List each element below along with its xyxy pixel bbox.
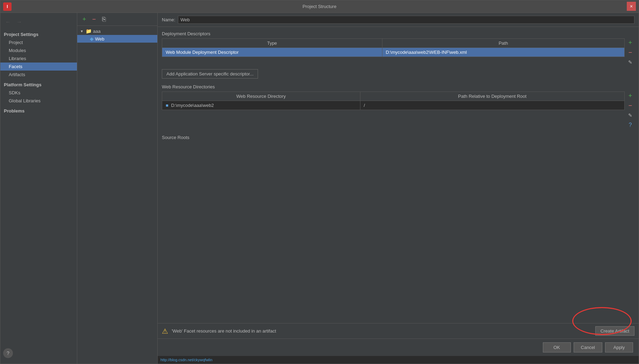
create-artifact-button[interactable]: Create Artifact <box>595 326 634 336</box>
problems-label: Problems <box>0 105 77 115</box>
web-resource-title: Web Resource Directories <box>162 84 634 89</box>
table-row[interactable]: Web Module Deployment Descriptor D:\myco… <box>162 48 625 57</box>
sidebar-item-artifacts[interactable]: Artifacts <box>0 71 77 79</box>
sidebar-item-modules[interactable]: Modules <box>0 46 77 54</box>
warning-text: 'Web' Facet resources are not included i… <box>172 328 592 334</box>
deployment-remove-button[interactable]: − <box>626 48 634 57</box>
ok-button[interactable]: OK <box>543 342 571 352</box>
web-resource-dir-cell: ■ D:\mycode\aaa\web2 <box>162 101 360 110</box>
web-resource-col1-header: Web Resource Directory <box>162 92 360 101</box>
tree-item-web[interactable]: ◆ Web <box>77 35 157 43</box>
back-button[interactable]: ← <box>3 17 13 27</box>
web-resource-table-with-buttons: Web Resource Directory Path Relative to … <box>162 92 634 129</box>
sidebar-item-facets[interactable]: Facets <box>0 63 77 71</box>
web-resource-path-cell: / <box>360 101 625 110</box>
tree-toolbar: + − ⎘ <box>77 13 157 26</box>
sidebar-item-sdks[interactable]: SDKs <box>0 89 77 97</box>
status-url: http://blog.csdn.net/ckywqfwlin <box>160 358 213 362</box>
panel-header: Name: <box>158 13 639 27</box>
web-resource-side-buttons: + − ✎ ? <box>626 92 634 129</box>
web-resource-help-button[interactable]: ? <box>626 121 634 129</box>
apply-button[interactable]: Apply <box>605 342 633 352</box>
main-panel: Name: Deployment Descriptors Type <box>158 13 639 356</box>
sidebar-bottom: ? <box>0 345 77 361</box>
main-wrapper: Name: Deployment Descriptors Type <box>158 13 639 364</box>
type-column-header: Type <box>162 39 382 48</box>
title-bar: I Project Structure × <box>0 0 639 13</box>
close-button[interactable]: × <box>627 2 636 11</box>
nav-buttons: ← → <box>0 16 77 30</box>
warning-icon: ⚠ <box>162 327 168 335</box>
deployment-side-buttons: + − ✎ <box>626 38 634 66</box>
main-content: ← → Project Settings Project Modules Lib… <box>0 13 639 364</box>
help-button[interactable]: ? <box>3 348 13 358</box>
dialog-title: Project Structure <box>303 4 337 9</box>
sidebar-item-libraries[interactable]: Libraries <box>0 54 77 63</box>
tree-content: ▼ 📁 aaa ◆ Web <box>77 26 157 364</box>
panel-body: Deployment Descriptors Type Path <box>158 27 639 323</box>
tree-panel: + − ⎘ ▼ 📁 aaa ◆ Web <box>77 13 158 364</box>
tree-add-button[interactable]: + <box>80 15 88 23</box>
app-icon: I <box>3 2 12 11</box>
name-input[interactable] <box>178 16 634 24</box>
platform-settings-label: Platform Settings <box>0 79 77 89</box>
sidebar-item-project[interactable]: Project <box>0 38 77 46</box>
deployment-descriptors-section: Deployment Descriptors Type Path <box>162 31 634 79</box>
folder-icon: 📁 <box>86 28 92 34</box>
web-resource-table: Web Resource Directory Path Relative to … <box>162 92 625 110</box>
source-roots-title: Source Roots <box>162 135 634 140</box>
source-roots-section: Source Roots <box>162 135 634 319</box>
sidebar: ← → Project Settings Project Modules Lib… <box>0 13 77 364</box>
web-dir-icon: ■ <box>166 103 168 108</box>
table-cell-type: Web Module Deployment Descriptor <box>162 48 382 57</box>
deployment-table: Type Path Web Module Deployment Descript… <box>162 38 625 57</box>
deployment-add-button[interactable]: + <box>626 38 634 47</box>
deployment-descriptors-title: Deployment Descriptors <box>162 31 634 36</box>
forward-button[interactable]: → <box>14 17 24 27</box>
table-cell-path: D:\mycode\aaa\web2\WEB-INF\web.xml <box>382 48 624 57</box>
bottom-bar: OK Cancel Apply <box>158 338 639 356</box>
status-bar: http://blog.csdn.net/ckywqfwlin <box>158 356 639 364</box>
web-resource-col2-header: Path Relative to Deployment Root <box>360 92 625 101</box>
tree-item-web-label: Web <box>95 36 105 42</box>
warning-bar: ⚠ 'Web' Facet resources are not included… <box>158 323 639 338</box>
deployment-table-with-buttons: Type Path Web Module Deployment Descript… <box>162 38 634 66</box>
cancel-button[interactable]: Cancel <box>574 342 602 352</box>
web-resource-add-button[interactable]: + <box>626 92 634 100</box>
tree-item-aaa[interactable]: ▼ 📁 aaa <box>77 27 157 35</box>
add-descriptor-button[interactable]: Add Application Server specific descript… <box>162 69 258 79</box>
tree-item-label: aaa <box>93 29 101 34</box>
project-settings-label: Project Settings <box>0 30 77 38</box>
path-column-header: Path <box>382 39 624 48</box>
name-label: Name: <box>162 17 175 22</box>
deployment-edit-button[interactable]: ✎ <box>626 58 634 66</box>
project-structure-dialog: I Project Structure × ← → Project Settin… <box>0 0 639 364</box>
web-resource-edit-button[interactable]: ✎ <box>626 111 634 119</box>
tree-remove-button[interactable]: − <box>90 15 98 23</box>
tree-copy-button[interactable]: ⎘ <box>100 15 108 23</box>
sidebar-item-global-libraries[interactable]: Global Libraries <box>0 97 77 105</box>
web-resource-remove-button[interactable]: − <box>626 101 634 110</box>
web-resource-section: Web Resource Directories Web Resource Di… <box>162 84 634 129</box>
web-facet-icon: ◆ <box>90 36 94 42</box>
web-resource-row[interactable]: ■ D:\mycode\aaa\web2 / <box>162 101 625 110</box>
tree-arrow-icon: ▼ <box>80 29 84 33</box>
